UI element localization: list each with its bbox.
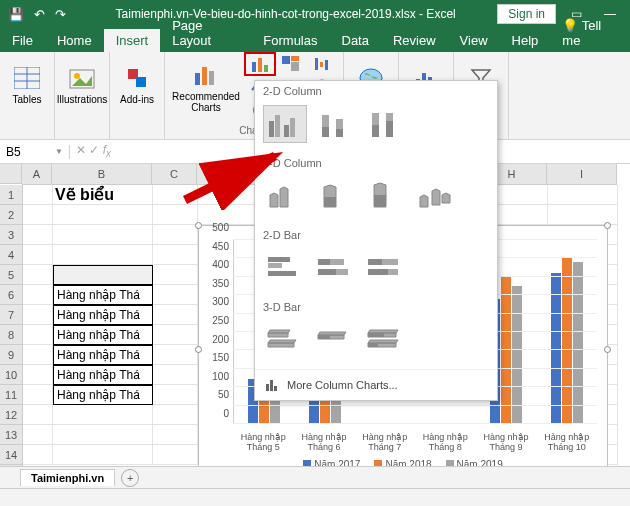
section-3d-column: 3-D Column [255, 153, 497, 173]
fx-icon[interactable]: fx [103, 143, 111, 157]
clustered-column-option[interactable] [263, 105, 307, 143]
svg-rect-7 [136, 77, 146, 87]
row-header-3[interactable]: 3 [0, 225, 22, 245]
hierarchy-chart-button[interactable] [276, 53, 306, 75]
svg-rect-56 [368, 269, 388, 275]
svg-rect-61 [270, 380, 273, 391]
col-header-I[interactable]: I [547, 164, 617, 184]
svg-rect-41 [336, 129, 343, 137]
document-title: Taimienphi.vn-Ve-bieu-do-hinh-cot-trong-… [74, 7, 497, 21]
svg-rect-43 [372, 125, 379, 137]
tab-help[interactable]: Help [500, 29, 551, 52]
sheet-tab[interactable]: Taimienphi.vn [20, 469, 115, 486]
undo-icon[interactable]: ↶ [34, 7, 45, 22]
svg-rect-54 [368, 259, 382, 265]
row-header-6[interactable]: 6 [0, 285, 22, 305]
svg-rect-59 [368, 343, 378, 347]
3d-column-option[interactable] [413, 177, 457, 215]
svg-rect-62 [274, 386, 277, 391]
svg-rect-48 [268, 271, 296, 276]
row-header-1[interactable]: 1 [0, 185, 22, 205]
tables-button[interactable]: Tables [6, 54, 48, 114]
svg-rect-16 [291, 62, 299, 71]
svg-rect-10 [209, 71, 214, 85]
column-chart-dropdown: 2-D Column 3-D Column 2-D Bar 3-D Bar Mo… [254, 80, 498, 401]
svg-rect-60 [266, 384, 269, 391]
svg-rect-17 [315, 58, 318, 70]
svg-rect-12 [258, 58, 262, 72]
annotation-arrow [180, 150, 290, 213]
row-header-4[interactable]: 4 [0, 245, 22, 265]
row-header-11[interactable]: 11 [0, 385, 22, 405]
svg-rect-46 [268, 257, 290, 262]
tab-formulas[interactable]: Formulas [251, 29, 329, 52]
section-2d-column: 2-D Column [255, 81, 497, 101]
tab-data[interactable]: Data [330, 29, 381, 52]
row-header-8[interactable]: 8 [0, 325, 22, 345]
column-chart-button[interactable] [245, 53, 275, 75]
tab-file[interactable]: File [0, 29, 45, 52]
svg-rect-37 [290, 118, 295, 137]
svg-rect-57 [318, 335, 330, 339]
addins-button[interactable]: Add-ins [116, 54, 158, 114]
svg-rect-18 [320, 62, 323, 67]
100-stacked-column-option[interactable] [363, 105, 407, 143]
3d-100-stacked-column-option[interactable] [363, 177, 407, 215]
3d-stacked-bar-option[interactable] [313, 321, 357, 359]
svg-rect-58 [368, 333, 384, 337]
row-header-10[interactable]: 10 [0, 365, 22, 385]
3d-100-stacked-bar-option[interactable] [363, 321, 407, 359]
tab-page-layout[interactable]: Page Layout [160, 14, 251, 52]
cancel-icon[interactable]: ✕ [76, 143, 86, 157]
status-bar [0, 488, 630, 506]
name-box[interactable]: B5▼ [0, 145, 70, 159]
svg-rect-39 [322, 127, 329, 137]
more-column-charts-link[interactable]: More Column Charts... [255, 369, 497, 400]
tab-review[interactable]: Review [381, 29, 448, 52]
100-stacked-bar-option[interactable] [363, 249, 407, 287]
recommended-charts-button[interactable]: Recommended Charts [171, 57, 241, 117]
svg-rect-34 [269, 121, 274, 137]
row-header-2[interactable]: 2 [0, 205, 22, 225]
svg-rect-13 [264, 65, 268, 72]
row-header-7[interactable]: 7 [0, 305, 22, 325]
waterfall-chart-button[interactable] [307, 53, 337, 75]
section-3d-bar: 3-D Bar [255, 297, 497, 317]
row-headers: 1234567891011121314 [0, 185, 23, 495]
svg-rect-45 [386, 121, 393, 137]
col-header-B[interactable]: B [52, 164, 152, 184]
svg-rect-47 [268, 263, 282, 268]
3d-clustered-bar-option[interactable] [263, 321, 307, 359]
section-2d-bar: 2-D Bar [255, 225, 497, 245]
enter-icon[interactable]: ✓ [89, 143, 99, 157]
svg-rect-14 [282, 56, 290, 64]
row-header-5[interactable]: 5 [0, 265, 22, 285]
row-header-13[interactable]: 13 [0, 425, 22, 445]
tab-insert[interactable]: Insert [104, 29, 161, 52]
illustrations-button[interactable]: Illustrations [61, 54, 103, 114]
clustered-bar-option[interactable] [263, 249, 307, 287]
svg-rect-35 [275, 115, 280, 137]
svg-line-63 [185, 156, 275, 200]
tab-home[interactable]: Home [45, 29, 104, 52]
save-icon[interactable]: 💾 [8, 7, 24, 22]
sheet-tabs-bar: Taimienphi.vn + [0, 466, 630, 488]
redo-icon[interactable]: ↷ [55, 7, 66, 22]
row-header-9[interactable]: 9 [0, 345, 22, 365]
stacked-column-option[interactable] [313, 105, 357, 143]
row-header-14[interactable]: 14 [0, 445, 22, 465]
select-all-corner[interactable] [0, 164, 22, 184]
col-header-A[interactable]: A [22, 164, 52, 184]
tab-view[interactable]: View [448, 29, 500, 52]
title-bar: 💾 ↶ ↷ Taimienphi.vn-Ve-bieu-do-hinh-cot-… [0, 0, 630, 28]
ribbon-tabs: File Home Insert Page Layout Formulas Da… [0, 28, 630, 52]
new-sheet-button[interactable]: + [121, 469, 139, 487]
svg-point-5 [74, 73, 80, 79]
3d-stacked-column-option[interactable] [313, 177, 357, 215]
svg-rect-9 [202, 67, 207, 85]
sign-in-button[interactable]: Sign in [497, 4, 556, 24]
row-header-12[interactable]: 12 [0, 405, 22, 425]
stacked-bar-option[interactable] [313, 249, 357, 287]
svg-rect-15 [291, 56, 299, 61]
tab-tell-me[interactable]: 💡 Tell me [550, 14, 630, 52]
